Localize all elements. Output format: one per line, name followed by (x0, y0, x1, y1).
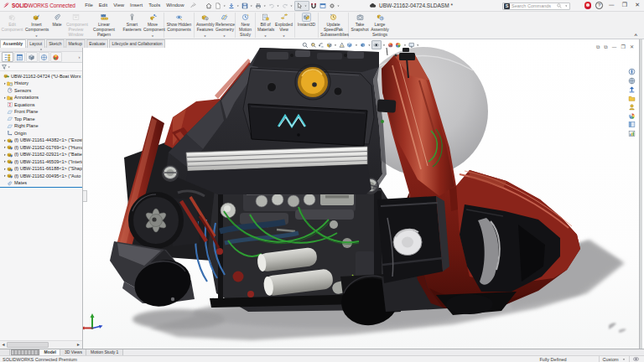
menu-item[interactable]: Window (164, 0, 187, 11)
document-tab[interactable]: Model (40, 349, 60, 356)
tree-expand-arrow-icon[interactable]: ▸ (3, 96, 6, 100)
viewport-right-scroll-strip[interactable] (639, 39, 642, 349)
hud-button[interactable] (394, 41, 402, 49)
ribbon-button[interactable]: Assembly Features ▼ (195, 12, 215, 39)
flyout-caret-icon[interactable]: ▼ (337, 4, 340, 7)
side-tool-icon[interactable] (628, 121, 636, 128)
ribbon-button[interactable]: Take Snapshot (350, 12, 370, 39)
tree-item[interactable]: Sensors (0, 87, 82, 95)
help-button[interactable]: ? (595, 2, 603, 9)
graphics-viewport[interactable]: ▼ ▼ (0, 39, 639, 349)
hud-button[interactable] (325, 41, 334, 49)
quick-access-button[interactable]: ▼ (241, 1, 254, 11)
command-search-box[interactable]: S Search Commands ▼ (502, 3, 570, 11)
tree-item[interactable]: ▸ (f) UBW-21162-02921<1> ("Battery S (0, 151, 82, 158)
tree-item[interactable]: ▸ (f) UBW-21162-01769<1> ("Human I (0, 144, 82, 152)
hud-caret-icon[interactable]: ▼ (334, 44, 337, 47)
tree-item[interactable]: Front Plane (0, 108, 82, 116)
ribbon-button[interactable]: Show Hidden Components (165, 12, 193, 39)
tree-item[interactable]: ▸ (f) UBW-21161-66188<1> ("Shape El (0, 165, 82, 173)
hud-caret-icon[interactable]: ▼ (403, 44, 407, 47)
hud-caret-icon[interactable]: ▼ (416, 44, 419, 47)
command-tab[interactable]: Lifecycle and Collaboration (109, 39, 165, 48)
tree-item[interactable]: Right Plane (0, 122, 82, 130)
feature-manager-tab[interactable] (14, 52, 26, 62)
quick-access-button[interactable]: ▼ (294, 1, 309, 11)
feature-manager-tab[interactable] (39, 52, 50, 62)
command-tab[interactable]: Assembly (0, 39, 26, 48)
command-tab[interactable]: Evaluate (86, 39, 108, 48)
tab-scroll-buttons[interactable] (11, 349, 39, 355)
feature-manager-tab[interactable] (50, 52, 62, 62)
quick-access-button[interactable] (319, 1, 328, 11)
scroll-right-arrow-icon[interactable]: ► (75, 342, 82, 347)
quick-access-button[interactable]: ▼ (214, 1, 227, 11)
flyout-caret-icon[interactable]: ▼ (236, 4, 239, 7)
document-tab[interactable]: 3D Views (60, 349, 86, 356)
quick-access-button[interactable]: ▼ (254, 1, 267, 11)
quick-access-button[interactable]: ▼ (328, 1, 341, 11)
ribbon-button[interactable]: Component Preview Window (65, 12, 86, 39)
quick-access-button[interactable]: ▼ (267, 1, 281, 11)
quick-access-button[interactable] (309, 1, 319, 11)
side-tool-icon[interactable] (628, 130, 636, 137)
ribbon-button[interactable]: Edit Component (0, 12, 24, 39)
doc-window-button[interactable]: ✕ (630, 44, 634, 49)
quick-access-button[interactable]: ▼ (281, 1, 294, 11)
flyout-caret-icon[interactable]: ▼ (290, 4, 293, 7)
hud-button[interactable] (408, 41, 416, 49)
command-tab[interactable]: Markup (65, 39, 86, 48)
ribbon-button[interactable]: Mate (49, 12, 65, 39)
flyout-caret-icon[interactable]: ▼ (277, 4, 279, 7)
command-tab[interactable]: Sketch (46, 39, 65, 48)
tree-item[interactable]: ▸ History (0, 80, 82, 87)
menu-item[interactable]: Edit (96, 0, 110, 11)
side-tool-icon[interactable] (628, 112, 636, 120)
panel-horizontal-scrollbar[interactable]: ◄ ► (0, 340, 82, 349)
flyout-caret-icon[interactable]: ▼ (223, 34, 226, 38)
scroll-left-arrow-icon[interactable]: ◄ (0, 342, 7, 347)
pin-icon[interactable] (190, 3, 196, 8)
tree-filter-row[interactable]: ▼ (0, 63, 82, 71)
hud-button[interactable] (387, 41, 395, 49)
panel-tabs-overflow-button[interactable]: › (79, 54, 80, 59)
flyout-caret-icon[interactable]: ▼ (264, 34, 267, 38)
hud-button[interactable] (371, 40, 382, 50)
hud-caret-icon[interactable]: ▼ (355, 44, 358, 47)
hud-button[interactable] (359, 41, 367, 49)
flyout-caret-icon[interactable]: ▼ (151, 34, 154, 38)
tree-expand-arrow-icon[interactable]: ▸ (3, 159, 6, 163)
side-tool-icon[interactable] (628, 103, 636, 111)
side-tool-icon[interactable] (628, 85, 636, 93)
ribbon-button[interactable]: Bill of Materials ▼ (257, 12, 274, 39)
menu-item[interactable]: Insert (127, 0, 146, 11)
flyout-caret-icon[interactable]: ▼ (304, 4, 307, 7)
doc-window-button[interactable]: ❐ (621, 44, 626, 49)
ribbon-button[interactable]: New Motion Study (236, 12, 254, 39)
document-tab[interactable]: Motion Study 1 (86, 349, 122, 356)
tree-item[interactable]: ▸ (f) UBW-21161-46509<1> ("Interior") (0, 158, 82, 166)
menu-item[interactable]: Tools (146, 0, 164, 11)
ribbon-button[interactable]: Move Component ▼ (143, 12, 163, 39)
panel-collapse-notch[interactable] (83, 190, 87, 202)
quick-access-button[interactable] (205, 1, 214, 11)
flyout-caret-icon[interactable]: ▼ (35, 34, 39, 38)
search-icon[interactable] (557, 3, 562, 8)
ribbon-button[interactable]: Instant3D (296, 12, 317, 39)
window-minimize-button[interactable]: — (607, 0, 616, 11)
search-caret-icon[interactable]: ▼ (565, 5, 568, 8)
tree-expand-arrow-icon[interactable]: ▸ (3, 173, 6, 178)
hud-button[interactable] (317, 41, 325, 49)
tree-item[interactable]: Equations (0, 101, 82, 109)
flyout-caret-icon[interactable]: ▼ (263, 4, 266, 7)
ribbon-button[interactable]: Linear Component Pattern ▼ (86, 12, 122, 39)
user-avatar[interactable] (584, 2, 592, 9)
flyout-caret-icon[interactable]: ▼ (102, 34, 106, 38)
hud-button[interactable] (345, 41, 354, 49)
feature-manager-tab[interactable] (2, 52, 13, 62)
flyout-caret-icon[interactable]: ▼ (223, 4, 226, 7)
tree-item[interactable]: Top Plane (0, 116, 82, 123)
hud-button[interactable] (309, 41, 318, 49)
doc-window-button[interactable]: ⧉ (596, 44, 600, 49)
tree-item[interactable]: ▸ Annotations (0, 94, 82, 101)
